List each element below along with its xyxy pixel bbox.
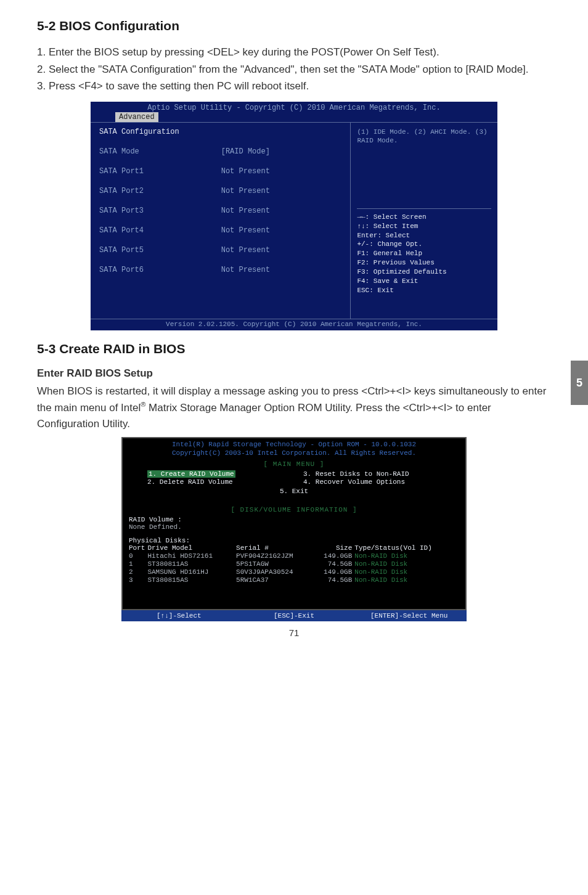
steps-list: 1. Enter the BIOS setup by pressing <DEL…	[37, 44, 551, 94]
heading-5-2: 5-2 BIOS Configuration	[37, 18, 551, 33]
bios-k3: SATA Port2	[99, 187, 221, 195]
raid-footer: [↑↓]-Select [ESC]-Exit [ENTER]-Select Me…	[121, 610, 467, 621]
r0-model: Hitachi HDS72161	[147, 552, 236, 560]
r2-type: Non-RAID Disk	[354, 568, 459, 576]
r3-port: 3	[129, 576, 147, 584]
r0-type: Non-RAID Disk	[354, 552, 459, 560]
bios-v3: Not Present	[221, 187, 343, 195]
foot-esc: [ESC]-Exit	[237, 610, 352, 621]
step-1: 1. Enter the BIOS setup by pressing <DEL…	[37, 44, 551, 60]
r3-serial: 5RW1CA37	[236, 576, 314, 584]
page-number: 71	[37, 627, 551, 638]
bios-mode-info: (1) IDE Mode. (2) AHCI Mode. (3) RAID Mo…	[357, 128, 491, 145]
bios-hint-6: F3: Optimized Defaults	[357, 268, 491, 277]
r2-model: SAMSUNG HD161HJ	[147, 568, 236, 576]
raid-screenshot: Intel(R) Rapid Storage Technology - Opti…	[121, 437, 467, 621]
hd-type: Type/Status(Vol ID)	[354, 544, 459, 552]
r1-port: 1	[129, 560, 147, 568]
table-header-row: Port Drive Model Serial # Size Type/Stat…	[129, 544, 459, 552]
step-2: 2. Select the "SATA Configuration" from …	[37, 62, 551, 78]
r1-type: Non-RAID Disk	[354, 560, 459, 568]
foot-enter: [ENTER]-Select Menu	[351, 610, 467, 621]
bios-right-pane: (1) IDE Mode. (2) AHCI Mode. (3) RAID Mo…	[351, 123, 497, 319]
menu-recover-volume[interactable]: 4. Recover Volume Options	[303, 478, 459, 486]
bios-v0	[221, 128, 343, 136]
raid-volume-none: None Defined.	[129, 523, 459, 531]
table-row: 3 ST380815AS 5RW1CA37 74.5GB Non-RAID Di…	[129, 576, 459, 584]
raid-head-1: Intel(R) Rapid Storage Technology - Opti…	[126, 441, 462, 449]
main-menu-label: [ MAIN MENU ]	[129, 460, 459, 468]
bios-v4: Not Present	[221, 206, 343, 215]
r0-port: 0	[129, 552, 147, 560]
subheading-enter-raid: Enter RAID BIOS Setup	[37, 367, 551, 380]
raid-header: Intel(R) Rapid Storage Technology - Opti…	[121, 437, 467, 458]
bios-screenshot: Aptio Setup Utility - Copyright (C) 2010…	[91, 102, 497, 330]
physical-disks-label: Physical Disks:	[129, 537, 459, 544]
bios-hint-3: +/-: Change Opt.	[357, 240, 491, 249]
step-3: 3. Press <F4> to save the setting then P…	[37, 78, 551, 94]
bios-hint-1: ↑↓: Select Item	[357, 222, 491, 231]
r0-serial: PVF904Z21G2JZM	[236, 552, 314, 560]
hd-size: Size	[314, 544, 355, 552]
bios-left-pane: SATA Configuration SATA Mode[RAID Mode] …	[91, 123, 351, 319]
bios-tab-advanced: Advanced	[115, 112, 158, 122]
bios-v5: Not Present	[221, 226, 343, 235]
menu-create-raid[interactable]: 1. Create RAID Volume	[147, 470, 235, 478]
bios-v7: Not Present	[221, 266, 343, 274]
r0-size: 149.0GB	[314, 552, 355, 560]
side-chapter-tab: 5	[571, 361, 588, 405]
raid-volume-label: RAID Volume :	[129, 516, 459, 523]
heading-5-3: 5-3 Create RAID in BIOS	[37, 341, 551, 356]
r2-serial: S0V3J9APA30524	[236, 568, 314, 576]
bios-title: Aptio Setup Utility - Copyright (C) 2010…	[91, 102, 497, 112]
menu-exit[interactable]: 5. Exit	[129, 488, 459, 495]
r1-size: 74.5GB	[314, 560, 355, 568]
bios-k0: SATA Configuration	[99, 128, 221, 136]
r2-port: 2	[129, 568, 147, 576]
bios-k7: SATA Port6	[99, 266, 221, 274]
bios-k5: SATA Port4	[99, 226, 221, 235]
menu-delete-raid[interactable]: 2. Delete RAID Volume	[147, 478, 303, 486]
bios-k1: SATA Mode	[99, 147, 221, 156]
r3-size: 74.5GB	[314, 576, 355, 584]
r1-serial: 5PS1TAGW	[236, 560, 314, 568]
bios-k6: SATA Port5	[99, 246, 221, 255]
r3-type: Non-RAID Disk	[354, 576, 459, 584]
raid-disk-info: [ DISK/VOLUME INFORMATION ] RAID Volume …	[121, 504, 467, 610]
r1-model: ST380811AS	[147, 560, 236, 568]
menu-reset-disks[interactable]: 3. Reset Disks to Non-RAID	[303, 470, 459, 478]
bios-hint-8: ESC: Exit	[357, 286, 491, 295]
bios-hint-7: F4: Save & Exit	[357, 277, 491, 286]
table-row: 0 Hitachi HDS72161 PVF904Z21G2JZM 149.0G…	[129, 552, 459, 560]
bios-v1: [RAID Mode]	[221, 147, 343, 156]
para-raid-intro: When BIOS is restarted, it will display …	[37, 383, 551, 433]
r3-model: ST380815AS	[147, 576, 236, 584]
bios-v2: Not Present	[221, 167, 343, 176]
bios-v6: Not Present	[221, 246, 343, 255]
table-row: 2 SAMSUNG HD161HJ S0V3J9APA30524 149.0GB…	[129, 568, 459, 576]
disk-table: Port Drive Model Serial # Size Type/Stat…	[129, 544, 459, 584]
raid-head-2: Copyright(C) 2003-10 Intel Corporation. …	[126, 449, 462, 458]
bios-hint-4: F1: General Help	[357, 249, 491, 258]
raid-main-menu: [ MAIN MENU ] 1. Create RAID Volume 2. D…	[121, 458, 467, 504]
bios-k2: SATA Port1	[99, 167, 221, 176]
foot-select: [↑↓]-Select	[121, 610, 237, 621]
bios-hint-0: →←: Select Screen	[357, 213, 491, 222]
hd-model: Drive Model	[147, 544, 236, 552]
hd-serial: Serial #	[236, 544, 314, 552]
disk-info-label: [ DISK/VOLUME INFORMATION ]	[129, 506, 459, 513]
table-row: 1 ST380811AS 5PS1TAGW 74.5GB Non-RAID Di…	[129, 560, 459, 568]
bios-hint-2: Enter: Select	[357, 231, 491, 240]
bios-footer: Version 2.02.1205. Copyright (C) 2010 Am…	[91, 319, 497, 330]
r2-size: 149.0GB	[314, 568, 355, 576]
bios-k4: SATA Port3	[99, 206, 221, 215]
hd-port: Port	[129, 544, 147, 552]
bios-hint-5: F2: Previous Values	[357, 258, 491, 268]
